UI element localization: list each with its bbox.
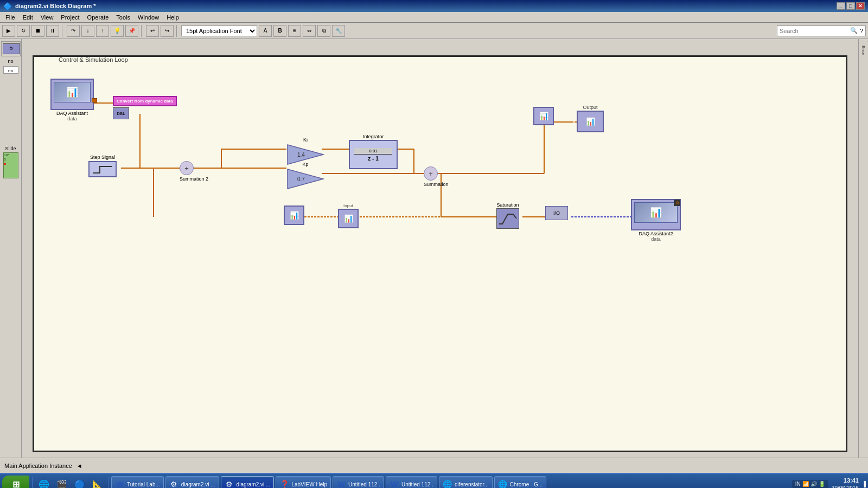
kp-block[interactable]: Kp 0.7 [286, 162, 324, 191]
menu-window[interactable]: Window [135, 13, 162, 22]
taskbar-label-help: LabVIEW Help [291, 481, 327, 487]
redo-button[interactable]: ↪ [161, 25, 174, 37]
taskbar-diagram1[interactable]: ⚙ diagram2.vi ... [165, 476, 219, 488]
font-size-btn[interactable]: A [259, 25, 272, 37]
daq2-label: DAQ Assistant2 [631, 231, 681, 236]
menu-operate[interactable]: Operate [84, 13, 112, 22]
taskbar-label-chrome: Chrome - G... [510, 481, 543, 487]
clock-time: 13:41 [832, 477, 859, 484]
menu-project[interactable]: Project [58, 13, 82, 22]
window-controls[interactable]: _ □ ✕ [837, 2, 865, 10]
summation-junction[interactable]: + Summation [424, 166, 449, 187]
right-panel: Error [858, 39, 868, 458]
tray-locale: IN [795, 481, 801, 487]
distribute-btn[interactable]: ⇔ [303, 25, 316, 37]
taskbar-labview-help[interactable]: ❓ LabVIEW Help [276, 476, 331, 488]
font-bold-btn[interactable]: B [273, 25, 286, 37]
taskbar-label-lv2: diagram2.vi ... [237, 481, 271, 487]
run-button[interactable]: ▶ [2, 25, 15, 37]
svg-text:0.7: 0.7 [297, 176, 305, 182]
taskbar-label-lv1: diagram2.vi ... [181, 481, 215, 487]
search-input[interactable] [780, 28, 850, 34]
abort-button[interactable]: ⏹ [31, 25, 44, 37]
menu-edit[interactable]: Edit [20, 13, 36, 22]
highlight-button[interactable]: 💡 [111, 25, 124, 37]
search-icon: 🔍 [850, 27, 858, 34]
daq-assistant-block[interactable]: 📊 DAQ Assistant data [50, 79, 94, 121]
convert-icon: DBL [113, 107, 129, 119]
canvas-area: Control & Simulation Loop [22, 39, 858, 458]
undo-button[interactable]: ↩ [146, 25, 159, 37]
retain-button[interactable]: 📌 [125, 25, 138, 37]
menu-help[interactable]: Help [163, 13, 182, 22]
daq-output-icon[interactable]: 📊 [533, 107, 554, 125]
menu-view[interactable]: View [37, 13, 57, 22]
quick-launch-icon2[interactable]: 🎬 [53, 476, 69, 488]
daq-label: DAQ Assistant [50, 111, 94, 116]
minimize-button[interactable]: _ [837, 2, 845, 10]
taskbar-right: IN 📶 🔊 🔋 13:41 30/06/2016 ▐ [792, 477, 866, 488]
io-block[interactable]: I/O [545, 206, 568, 220]
toolbar: ▶ ↻ ⏹ ⏸ ↷ ↓ ↑ 💡 📌 ↩ ↪ 15pt Application F… [0, 23, 868, 39]
toolbar-sep1 [62, 25, 64, 37]
bottom-icon2[interactable]: Input 📊 [338, 203, 359, 228]
kp-label: Kp [286, 162, 324, 167]
status-text: Main Application Instance [4, 463, 72, 469]
menu-file[interactable]: File [2, 13, 18, 22]
reorder-btn[interactable]: ⧉ [317, 25, 330, 37]
clock[interactable]: 13:41 30/06/2016 [832, 477, 859, 488]
step-signal-block[interactable]: Step Signal [88, 155, 117, 177]
bottom-icon1[interactable]: 📊 [284, 206, 304, 225]
integrator-block[interactable]: Integrator 0.01 z - 1 [349, 134, 398, 169]
start-button[interactable]: ⊞ [2, 476, 29, 488]
taskbar-diferensiator[interactable]: 🌐 diferensiator... [439, 476, 493, 488]
scroll-area [87, 464, 864, 468]
statusbar: Main Application Instance ◄ [0, 458, 868, 473]
taskbar-word[interactable]: W Tutorial Lab... [111, 476, 164, 488]
main-area: ⚙ no no Slide 10² 5 ■ Control & Simulati… [0, 39, 868, 458]
maximize-button[interactable]: □ [846, 2, 855, 10]
quick-launch-matlab[interactable]: 📐 [89, 476, 105, 488]
summation2-junction[interactable]: + Summation 2 [180, 161, 208, 182]
slide-control[interactable]: 10² 5 ■ [3, 152, 18, 178]
convert-block[interactable]: Convert from dynamic data DBL [113, 96, 177, 119]
input-label: Input [338, 203, 359, 208]
taskbar-untitled1[interactable]: W Untitled 112 . [333, 476, 384, 488]
saturation-block[interactable]: Saturation [496, 202, 519, 229]
extra-btn[interactable]: 🔧 [332, 25, 345, 37]
align-btn[interactable]: ≡ [288, 25, 301, 37]
taskbar-chrome[interactable]: 🌐 Chrome - G... [494, 476, 547, 488]
summation-label: Summation [424, 182, 449, 187]
quick-launch-chrome[interactable]: 🔵 [71, 476, 87, 488]
no-input[interactable]: no [3, 66, 18, 74]
svg-marker-17 [288, 169, 323, 189]
menu-tools[interactable]: Tools [113, 13, 133, 22]
show-desktop[interactable]: ▐ [862, 481, 866, 487]
close-button[interactable]: ✕ [856, 2, 865, 10]
quick-launch-ie[interactable]: 🌐 [35, 476, 52, 488]
taskbar-untitled2[interactable]: W Untitled 112 . [386, 476, 437, 488]
output-icon[interactable]: 📊 [577, 111, 604, 132]
kp-triangle: 0.7 [286, 168, 324, 190]
step-into-button[interactable]: ↓ [81, 25, 94, 37]
daq-assistant2-block[interactable]: ⚙ 📊 DAQ Assistant2 data [631, 199, 681, 242]
loop-label: Control & Simulation Loop [59, 56, 128, 63]
error-right-label: Error [861, 46, 866, 55]
window-title-area: 🔷 diagram2.vi Block Diagram * [3, 2, 96, 10]
taskbar-icon-chrome: 🌐 [498, 479, 508, 488]
pause-button[interactable]: ⏸ [46, 25, 59, 37]
tray-network: 📶 [802, 481, 809, 487]
convert-label: Convert from dynamic data [113, 96, 177, 106]
taskbar-label-u1: Untitled 112 . [348, 481, 380, 487]
font-dropdown[interactable]: 15pt Application Font [181, 25, 257, 36]
loop-config-top[interactable]: ⚙ [1, 41, 21, 56]
help-icon[interactable]: ? [860, 28, 863, 34]
search-box[interactable]: 🔍 ? [777, 25, 866, 36]
taskbar-diagram2[interactable]: ⚙ diagram2.vi ... [221, 476, 275, 488]
taskbar-icon-dif: 🌐 [443, 479, 452, 488]
integrator-denominator: z - 1 [368, 156, 378, 162]
step-over-button[interactable]: ↷ [67, 25, 80, 37]
step-out-button[interactable]: ↑ [96, 25, 109, 37]
run-continuously-button[interactable]: ↻ [17, 25, 30, 37]
status-arrow: ◄ [76, 463, 82, 469]
